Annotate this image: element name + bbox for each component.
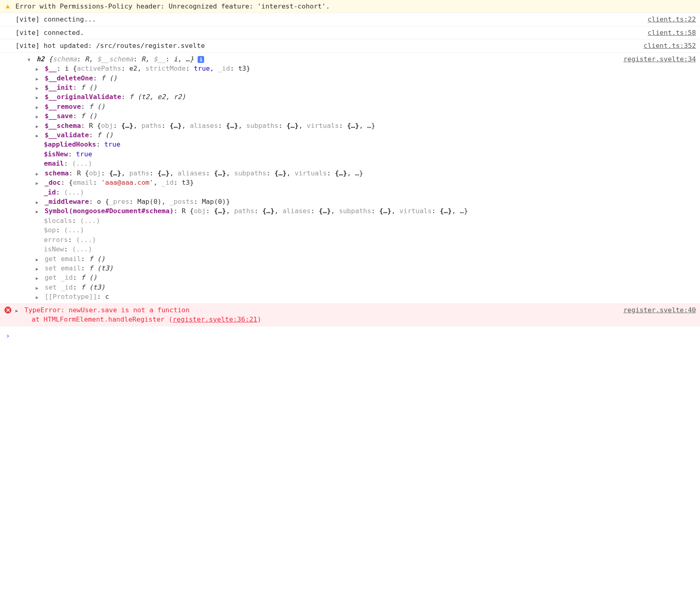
expand-toggle-icon[interactable] xyxy=(36,206,41,216)
object-property-row[interactable]: _middleware: o {_pres: Map(0), _posts: M… xyxy=(15,197,620,206)
console-row-log: [vite] hot updated: /src/routes/register… xyxy=(0,39,700,52)
error-icon xyxy=(3,305,12,315)
expand-toggle-icon[interactable] xyxy=(36,73,41,83)
object-property-row: $isNew: true xyxy=(15,149,620,159)
object-property-row: $op: (...) xyxy=(15,225,620,235)
expand-toggle-icon[interactable] xyxy=(36,292,41,301)
object-property-row[interactable]: $__remove: f () xyxy=(15,102,620,111)
object-property-row[interactable]: [[Prototype]]: c xyxy=(15,292,620,301)
expand-toggle-icon[interactable] xyxy=(36,111,41,121)
expand-toggle-icon[interactable] xyxy=(36,283,41,292)
expand-toggle-icon[interactable] xyxy=(36,130,41,140)
console-row-log: [vite] connecting... client.ts:22 xyxy=(0,13,700,26)
expand-toggle-icon[interactable] xyxy=(36,64,41,73)
object-property-row[interactable]: set email: f (t3) xyxy=(15,264,620,273)
object-property-row[interactable]: set _id: f (t3) xyxy=(15,283,620,292)
error-text: TypeError: newUser.save is not a functio… xyxy=(24,306,190,314)
expand-toggle-icon[interactable] xyxy=(36,273,41,282)
expand-toggle-icon[interactable] xyxy=(36,178,41,187)
expand-toggle-icon[interactable] xyxy=(36,102,41,111)
warning-icon: ▲ xyxy=(3,2,12,11)
object-property-row[interactable]: $__validate: f () xyxy=(15,130,620,140)
object-property-row: $locals: (...) xyxy=(15,216,620,225)
object-property-row: $appliedHooks: true xyxy=(15,140,620,149)
object-property-row[interactable]: schema: R {obj: {…}, paths: {…}, aliases… xyxy=(15,169,620,178)
error-stack-prefix: at HTMLFormElement.handleRegister ( xyxy=(15,316,172,323)
error-message: TypeError: newUser.save is not a functio… xyxy=(15,305,620,324)
console-row-object: h2 {schema: R, $__schema: R, $__: i, …} … xyxy=(0,53,700,304)
source-link[interactable]: register.svelte:40 xyxy=(623,305,696,315)
source-link[interactable]: register.svelte:34 xyxy=(623,54,696,64)
object-property-row[interactable]: $__: i {activePaths: e2, strictMode: tru… xyxy=(15,64,620,73)
expand-toggle-icon[interactable] xyxy=(36,254,41,264)
expand-toggle-icon[interactable] xyxy=(36,83,41,92)
expand-toggle-icon[interactable] xyxy=(36,169,41,178)
log-message: [vite] connected. xyxy=(15,28,644,37)
object-property-row[interactable]: $__init: f () xyxy=(15,83,620,92)
object-property-row[interactable]: $__save: f () xyxy=(15,111,620,121)
object-property-row: errors: (...) xyxy=(15,235,620,244)
log-message: [vite] hot updated: /src/routes/register… xyxy=(15,41,640,50)
object-property-row[interactable]: $__originalValidate: f (t2, e2, r2) xyxy=(15,92,620,102)
error-stack-link[interactable]: register.svelte:36:21 xyxy=(172,316,257,323)
source-link[interactable]: client.ts:352 xyxy=(644,41,696,50)
object-property-row: _id: (...) xyxy=(15,188,620,197)
object-header[interactable]: h2 {schema: R, $__schema: R, $__: i, …} … xyxy=(15,54,620,64)
expand-toggle-icon[interactable] xyxy=(15,305,20,315)
info-badge-icon[interactable]: i xyxy=(198,56,204,63)
object-property-row[interactable]: get _id: f () xyxy=(15,273,620,282)
prompt-icon: › xyxy=(6,331,10,340)
console-row-log: [vite] connected. client.ts:58 xyxy=(0,26,700,39)
expand-toggle-icon[interactable] xyxy=(36,92,41,102)
console-row-error: TypeError: newUser.save is not a functio… xyxy=(0,304,700,326)
expand-toggle-icon[interactable] xyxy=(36,264,41,273)
object-property-row[interactable]: _doc: {email: 'aaa@aaa.com', _id: t3} xyxy=(15,178,620,187)
object-property-row[interactable]: $__schema: R {obj: {…}, paths: {…}, alia… xyxy=(15,121,620,130)
object-property-row[interactable]: $__deleteOne: f () xyxy=(15,73,620,83)
object-property-row: email: (...) xyxy=(15,159,620,168)
console-input-row[interactable]: › xyxy=(0,326,700,345)
object-dump: h2 {schema: R, $__schema: R, $__: i, …} … xyxy=(15,54,620,302)
warning-message: Error with Permissions-Policy header: Un… xyxy=(15,2,696,11)
source-link[interactable]: client.ts:58 xyxy=(648,28,696,37)
object-property-row: isNew: (...) xyxy=(15,244,620,254)
expand-toggle-icon[interactable] xyxy=(36,121,41,130)
object-property-row[interactable]: Symbol(mongoose#Document#schema): R {obj… xyxy=(15,206,620,216)
console-row-warning: ▲ Error with Permissions-Policy header: … xyxy=(0,0,700,13)
source-link[interactable]: client.ts:22 xyxy=(648,15,696,24)
object-property-row[interactable]: get email: f () xyxy=(15,254,620,264)
log-message: [vite] connecting... xyxy=(15,15,644,24)
error-stack-suffix: ) xyxy=(257,316,261,323)
expand-toggle-icon[interactable] xyxy=(36,197,41,206)
expand-toggle-icon[interactable] xyxy=(28,54,32,64)
